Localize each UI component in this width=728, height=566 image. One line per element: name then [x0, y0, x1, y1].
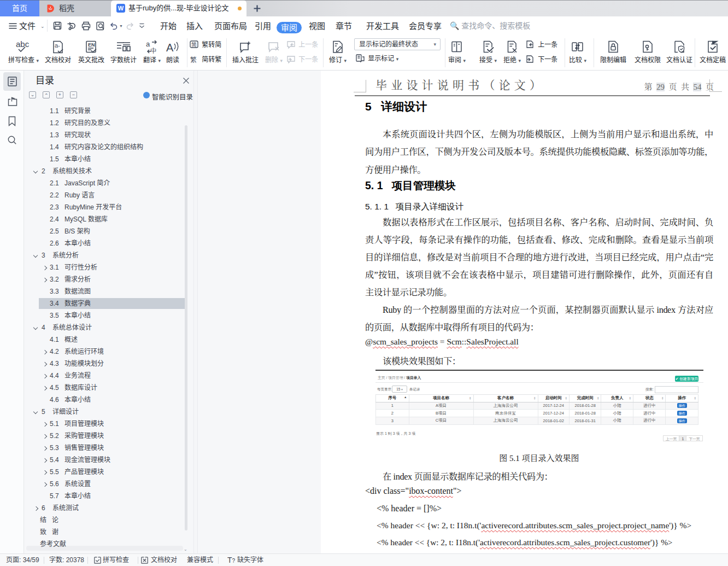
svg-text:中: 中 — [150, 47, 157, 55]
svg-text:EN: EN — [88, 42, 95, 48]
svg-text:繁: 繁 — [190, 56, 197, 63]
svg-text:简: 简 — [191, 42, 197, 48]
svg-text:abc: abc — [16, 39, 30, 49]
svg-text:A: A — [166, 42, 174, 54]
svg-text:a: a — [146, 40, 150, 48]
svg-text:a-: a- — [55, 42, 60, 49]
